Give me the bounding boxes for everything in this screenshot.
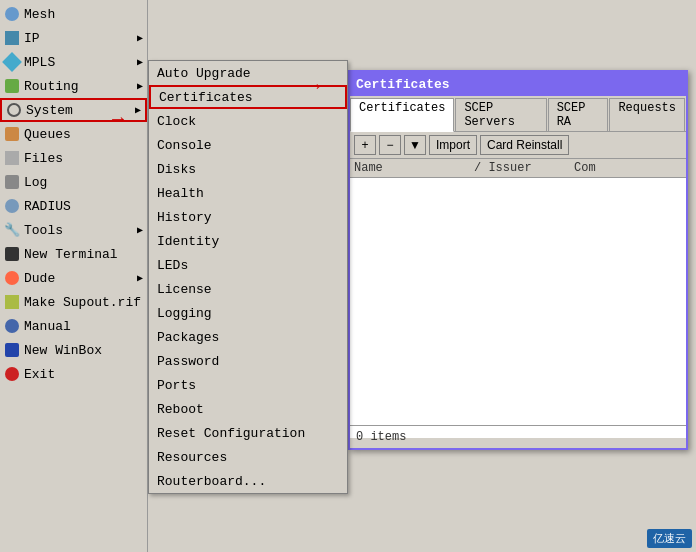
- sidebar-item-label: RADIUS: [24, 199, 71, 214]
- sidebar-item-label: Queues: [24, 127, 71, 142]
- main-container: Mesh IP ▶ MPLS ▶ Routing ▶ System ▶: [0, 0, 696, 552]
- arrow-indicator-1: →: [112, 108, 124, 131]
- system-icon: [6, 102, 22, 118]
- tools-icon: 🔧: [4, 222, 20, 238]
- submenu-item-reset-config[interactable]: Reset Configuration: [149, 421, 347, 445]
- sidebar-item-routing[interactable]: Routing ▶: [0, 74, 147, 98]
- sidebar-item-label: IP: [24, 31, 40, 46]
- cert-table-header: Name / Issuer Com: [350, 159, 686, 178]
- sidebar-item-label: System: [26, 103, 73, 118]
- sidebar-item-label: New Terminal: [24, 247, 118, 262]
- submenu-item-history[interactable]: History: [149, 205, 347, 229]
- cert-table-body: [350, 178, 686, 438]
- sidebar-item-label: New WinBox: [24, 343, 102, 358]
- sidebar-item-label: Files: [24, 151, 63, 166]
- sidebar-item-label: Exit: [24, 367, 55, 382]
- sidebar-item-label: Dude: [24, 271, 55, 286]
- filter-button[interactable]: ▼: [404, 135, 426, 155]
- system-submenu: Auto Upgrade Certificates Clock Console …: [148, 60, 348, 494]
- cert-title: Certificates: [356, 77, 450, 92]
- col-com: Com: [574, 161, 634, 175]
- sidebar-item-label: Log: [24, 175, 47, 190]
- submenu-item-clock[interactable]: Clock: [149, 109, 347, 133]
- arrow-icon: ▶: [137, 56, 143, 68]
- submenu-item-health[interactable]: Health: [149, 181, 347, 205]
- sidebar-item-tools[interactable]: 🔧 Tools ▶: [0, 218, 147, 242]
- winbox-icon: [4, 342, 20, 358]
- reinstall-button[interactable]: Card Reinstall: [480, 135, 569, 155]
- sidebar-item-label: Tools: [24, 223, 63, 238]
- terminal-icon: [4, 246, 20, 262]
- sidebar-item-label: Mesh: [24, 7, 55, 22]
- dude-icon: [4, 270, 20, 286]
- sidebar-item-mpls[interactable]: MPLS ▶: [0, 50, 147, 74]
- cert-titlebar: Certificates: [350, 72, 686, 96]
- submenu-item-password[interactable]: Password: [149, 349, 347, 373]
- tab-certificates[interactable]: Certificates: [350, 98, 454, 132]
- sidebar-item-label: Make Supout.rif: [24, 295, 141, 310]
- sidebar-item-make[interactable]: Make Supout.rif: [0, 290, 147, 314]
- make-icon: [4, 294, 20, 310]
- sidebar-item-label: Routing: [24, 79, 79, 94]
- arrow-icon: ▶: [135, 104, 141, 116]
- ip-icon: [4, 30, 20, 46]
- sidebar-item-system[interactable]: System ▶: [0, 98, 147, 122]
- submenu-item-reboot[interactable]: Reboot: [149, 397, 347, 421]
- arrow-icon: ▶: [137, 224, 143, 236]
- cert-status: 0 items: [350, 425, 686, 448]
- tab-scep-servers[interactable]: SCEP Servers: [455, 98, 546, 131]
- submenu-item-resources[interactable]: Resources: [149, 445, 347, 469]
- submenu-item-identity[interactable]: Identity: [149, 229, 347, 253]
- manual-icon: [4, 318, 20, 334]
- sidebar-item-log[interactable]: Log: [0, 170, 147, 194]
- sidebar-item-queues[interactable]: Queues: [0, 122, 147, 146]
- tab-requests[interactable]: Requests: [609, 98, 685, 131]
- add-button[interactable]: +: [354, 135, 376, 155]
- sidebar-item-label: Manual: [24, 319, 71, 334]
- queues-icon: [4, 126, 20, 142]
- sidebar-item-mesh[interactable]: Mesh: [0, 2, 147, 26]
- remove-button[interactable]: −: [379, 135, 401, 155]
- radius-icon: [4, 198, 20, 214]
- submenu-item-disks[interactable]: Disks: [149, 157, 347, 181]
- exit-icon: [4, 366, 20, 382]
- arrow-icon: ▶: [137, 32, 143, 44]
- import-button[interactable]: Import: [429, 135, 477, 155]
- submenu-item-license[interactable]: License: [149, 277, 347, 301]
- cert-tabs: Certificates SCEP Servers SCEP RA Reques…: [350, 96, 686, 132]
- sidebar-item-ip[interactable]: IP ▶: [0, 26, 147, 50]
- log-icon: [4, 174, 20, 190]
- sidebar-item-exit[interactable]: Exit: [0, 362, 147, 386]
- col-name: Name: [354, 161, 474, 175]
- mpls-icon: [4, 54, 20, 70]
- submenu-item-logging[interactable]: Logging: [149, 301, 347, 325]
- cert-toolbar: + − ▼ Import Card Reinstall: [350, 132, 686, 159]
- certificates-window: Certificates Certificates SCEP Servers S…: [348, 70, 688, 450]
- sidebar-item-dude[interactable]: Dude ▶: [0, 266, 147, 290]
- submenu-item-packages[interactable]: Packages: [149, 325, 347, 349]
- tab-scep-ra[interactable]: SCEP RA: [548, 98, 609, 131]
- sidebar-item-manual[interactable]: Manual: [0, 314, 147, 338]
- submenu-item-leds[interactable]: LEDs: [149, 253, 347, 277]
- col-issuer: / Issuer: [474, 161, 574, 175]
- sidebar-item-radius[interactable]: RADIUS: [0, 194, 147, 218]
- sidebar: Mesh IP ▶ MPLS ▶ Routing ▶ System ▶: [0, 0, 148, 552]
- watermark: 亿速云: [647, 529, 692, 548]
- files-icon: [4, 150, 20, 166]
- submenu-item-routerboard[interactable]: Routerboard...: [149, 469, 347, 493]
- sidebar-item-label: MPLS: [24, 55, 55, 70]
- mesh-icon: [4, 6, 20, 22]
- routing-icon: [4, 78, 20, 94]
- sidebar-item-files[interactable]: Files: [0, 146, 147, 170]
- arrow-icon: ▶: [137, 272, 143, 284]
- submenu-item-console[interactable]: Console: [149, 133, 347, 157]
- submenu-item-ports[interactable]: Ports: [149, 373, 347, 397]
- sidebar-item-terminal[interactable]: New Terminal: [0, 242, 147, 266]
- arrow-icon: ▶: [137, 80, 143, 92]
- sidebar-item-winbox[interactable]: New WinBox: [0, 338, 147, 362]
- arrow-indicator-2: →: [308, 75, 320, 98]
